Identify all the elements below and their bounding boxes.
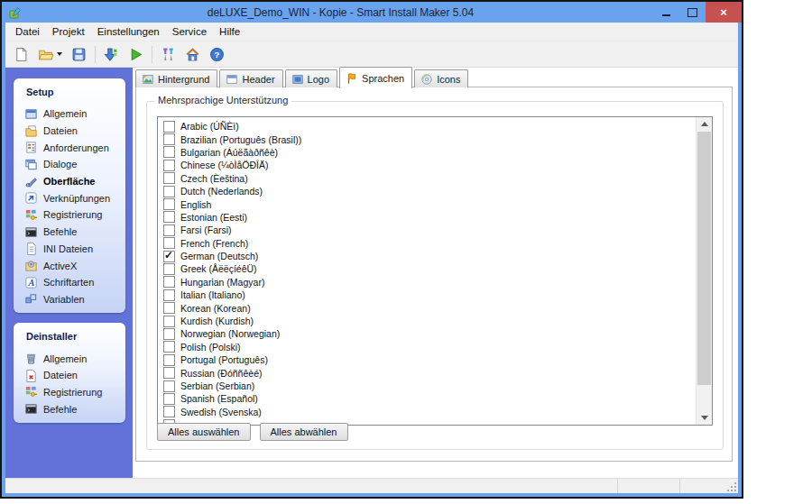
sidebar-item-label: Anforderungen (43, 142, 109, 153)
language-row[interactable]: English (161, 197, 712, 210)
vertical-scrollbar[interactable] (696, 117, 712, 425)
language-checkbox[interactable] (163, 160, 175, 171)
dropdown-arrow-icon[interactable] (57, 52, 62, 56)
language-checkbox[interactable] (163, 211, 175, 223)
language-row[interactable]: Dutch (Nederlands) (161, 185, 712, 197)
tab-sprachen[interactable]: Sprachen (339, 67, 412, 88)
tools-button[interactable] (157, 44, 180, 65)
language-row[interactable]: Brazilian (Português (Brasil)) (161, 133, 712, 145)
tab-header[interactable]: Header (219, 69, 282, 87)
language-checkbox[interactable] (163, 263, 175, 275)
sidebar-item-variablen[interactable]: Variablen (14, 291, 125, 308)
sidebar-item-schriftarten[interactable]: ASchriftarten (14, 274, 125, 291)
language-checkbox[interactable] (163, 328, 175, 340)
sidebar-item-label: Oberfläche (43, 176, 95, 187)
language-checkbox[interactable] (163, 316, 175, 327)
language-checkbox[interactable] (163, 380, 175, 392)
run-button[interactable] (125, 44, 147, 65)
new-project-button[interactable] (10, 44, 32, 65)
language-checkbox[interactable] (163, 289, 175, 301)
maximize-button[interactable] (679, 2, 706, 23)
language-row[interactable]: Korean (Korean) (161, 301, 712, 314)
language-checkbox[interactable] (163, 186, 175, 197)
language-row[interactable]: Estonian (Eesti) (161, 211, 712, 224)
language-row[interactable]: Norwegian (Norwegian) (161, 327, 712, 340)
sidebar-item-registrierung[interactable]: Registrierung (14, 206, 125, 224)
scrollbar-thumb[interactable] (697, 132, 711, 385)
registry-icon (24, 208, 38, 222)
language-row[interactable]: German (Deutsch) (161, 250, 712, 262)
language-row[interactable]: Kurdish (Kurdish) (161, 315, 712, 327)
language-row[interactable]: Chinese (¼òÌåÖÐÎÄ) (161, 159, 712, 171)
language-listbox[interactable]: Arabic (ÚÑÈì)Brazilian (Português (Brasi… (157, 116, 713, 426)
language-checkbox[interactable] (163, 341, 175, 353)
language-row[interactable]: Serbian (Serbian) (161, 380, 712, 392)
language-checkbox[interactable] (163, 406, 175, 417)
sidebar-item-befehle[interactable]: Befehle (14, 224, 125, 241)
menu-item-service[interactable]: Service (166, 23, 213, 40)
tab-hintergrund[interactable]: Hintergrund (135, 69, 217, 87)
menu-item-projekt[interactable]: Projekt (46, 23, 91, 40)
language-checkbox[interactable] (163, 133, 175, 145)
language-checkbox[interactable] (163, 276, 175, 288)
language-row[interactable]: Russian (Ðóññêèé) (161, 366, 712, 379)
help-button[interactable]: ? (206, 44, 228, 65)
sidebar-item-dateien[interactable]: Dateien (14, 123, 125, 140)
language-checkbox[interactable] (163, 172, 175, 184)
close-button[interactable]: × (706, 2, 742, 23)
language-checkbox[interactable] (163, 302, 175, 314)
language-row[interactable]: Czech (Èeština) (161, 172, 712, 185)
compile-button[interactable] (100, 44, 123, 65)
sidebar-item-allgemein[interactable]: Allgemein (14, 350, 125, 367)
resize-grip[interactable] (727, 482, 736, 491)
app-icon (8, 5, 23, 20)
sidebar-item-dateien[interactable]: Dateien (14, 367, 125, 384)
sidebar-item-anforderungen[interactable]: Anforderungen (14, 139, 125, 156)
menu-item-datei[interactable]: Datei (9, 23, 46, 40)
interface-icon (24, 175, 38, 188)
svg-text:A: A (28, 278, 35, 288)
sidebar-item-befehle[interactable]: Befehle (14, 400, 125, 417)
select-all-button[interactable]: Alles auswählen (157, 423, 251, 441)
language-row[interactable]: Bulgarian (Áúëãàðñêè) (161, 146, 712, 159)
scroll-down-icon[interactable] (697, 411, 712, 425)
language-checkbox[interactable] (163, 251, 175, 262)
sidebar-item-oberfl-che[interactable]: Oberfläche (14, 173, 125, 190)
language-checkbox[interactable] (163, 225, 175, 236)
language-row[interactable]: Italian (Italiano) (161, 289, 712, 301)
language-checkbox[interactable] (163, 237, 175, 249)
language-row[interactable]: French (French) (161, 237, 712, 250)
language-checkbox[interactable] (163, 121, 175, 133)
home-button[interactable] (181, 44, 204, 65)
language-row[interactable]: Hungarian (Magyar) (161, 276, 712, 289)
language-row[interactable]: Polish (Polski) (161, 341, 712, 353)
language-checkbox[interactable] (163, 354, 175, 366)
language-row[interactable]: Swedish (Svenska) (161, 406, 712, 418)
tab-icons[interactable]: Icons (414, 69, 468, 87)
save-project-button[interactable] (68, 44, 90, 65)
language-checkbox[interactable] (163, 146, 175, 158)
sidebar-item-allgemein[interactable]: Allgemein (14, 105, 125, 123)
title-bar[interactable]: deLUXE_Demo_WIN - Kopie - Smart Install … (2, 2, 742, 23)
language-checkbox[interactable] (163, 198, 175, 210)
sidebar-item-activex[interactable]: ActiveX (14, 257, 125, 274)
sidebar-item-verkn-pfungen[interactable]: Verknüpfungen (14, 189, 125, 206)
language-row[interactable]: Farsi (Farsi) (161, 224, 712, 236)
menu-item-hilfe[interactable]: Hilfe (213, 23, 246, 40)
sidebar-item-ini-dateien[interactable]: INI Dateien (14, 241, 125, 258)
language-row[interactable]: Spanish (Español) (161, 392, 712, 405)
open-project-button[interactable] (34, 44, 66, 65)
language-row[interactable]: Greek (ÅëëçíéêÜ) (161, 262, 712, 275)
menu-item-einstellungen[interactable]: Einstellungen (91, 23, 166, 40)
tab-logo[interactable]: Logo (285, 69, 337, 87)
minimize-button[interactable] (653, 2, 679, 23)
language-label: Chinese (¼òÌåÖÐÎÄ) (180, 160, 268, 170)
scroll-up-icon[interactable] (697, 117, 712, 131)
sidebar-item-dialoge[interactable]: Dialoge (14, 156, 125, 173)
language-checkbox[interactable] (163, 393, 175, 405)
language-row[interactable]: Portugal (Português) (161, 353, 712, 366)
deselect-all-button[interactable]: Alles abwählen (260, 423, 348, 441)
language-row[interactable]: Arabic (ÚÑÈì) (161, 120, 712, 133)
sidebar-item-registrierung[interactable]: Registrierung (14, 384, 125, 401)
language-checkbox[interactable] (163, 367, 175, 379)
